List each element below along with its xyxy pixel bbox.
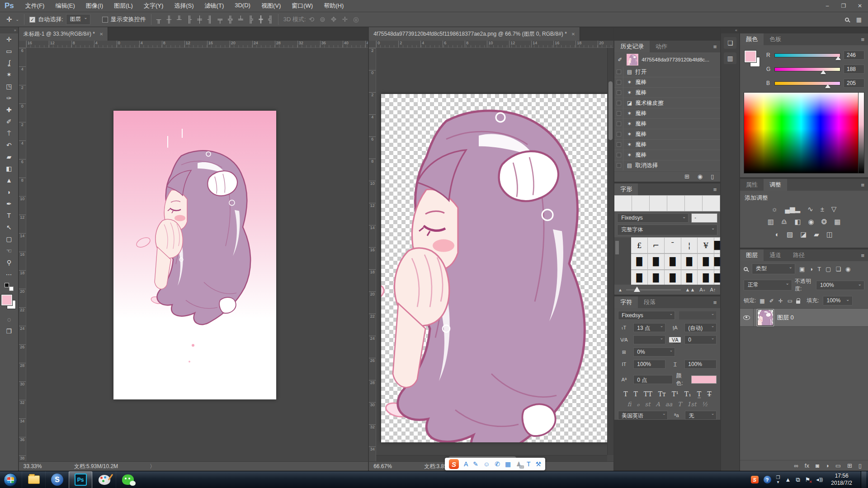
layer-name[interactable]: 图层 0	[777, 314, 794, 322]
panel-menu-icon[interactable]: ≡	[713, 186, 721, 193]
layers-footer-button[interactable]: fx	[805, 462, 809, 469]
panel-menu-icon[interactable]: ≡	[861, 252, 868, 259]
leading-field[interactable]: (自动)	[684, 323, 717, 332]
history-entry[interactable]: ✶ 魔棒	[614, 140, 720, 150]
layer-filter-button[interactable]: ◉	[845, 266, 850, 272]
baseline-shift-field[interactable]: 0 点	[633, 375, 672, 384]
glyph-zoom-out-icon[interactable]: ▴	[619, 287, 622, 293]
history-source-well[interactable]	[614, 150, 623, 160]
history-entry[interactable]: ▤ 打开	[614, 67, 720, 77]
close-tab-icon[interactable]: ✕	[571, 32, 575, 37]
history-entry[interactable]: ✶ 魔棒	[614, 119, 720, 129]
char-style-dropdown[interactable]	[679, 311, 717, 320]
panel-menu-icon[interactable]: ≡	[713, 43, 721, 50]
menu-item[interactable]: 帮助(H)	[318, 2, 349, 10]
char-style-button[interactable]: T	[634, 390, 638, 398]
layers-footer-button[interactable]: ⊞	[847, 462, 852, 469]
layer-filter-button[interactable]: ❏	[835, 266, 841, 272]
layer-filter-button[interactable]: ▢	[826, 266, 831, 272]
panel-menu-icon[interactable]: ≡	[861, 182, 868, 188]
horizontal-scale-field[interactable]: 100%	[684, 360, 717, 369]
panel-menu-icon[interactable]: ≡	[861, 36, 868, 43]
grayscale-ramp[interactable]	[858, 93, 864, 173]
show-transform-checkbox[interactable]	[102, 17, 108, 23]
align-button[interactable]: ╬	[228, 15, 233, 23]
glyph-cell[interactable]: ¯	[665, 237, 681, 253]
glyph-cell[interactable]: █	[698, 253, 714, 270]
tray-window-icon[interactable]: ❐▾	[776, 475, 780, 484]
blend-mode-dropdown[interactable]: 正常	[744, 280, 792, 291]
canvas-transparent-png[interactable]	[381, 94, 611, 442]
glyphs-font-dropdown[interactable]: Fixedsys	[617, 213, 689, 223]
taskbar-clock[interactable]: 17:56 2018/7/2	[827, 473, 856, 487]
kerning-field[interactable]	[633, 335, 665, 344]
layer-filter-button[interactable]: ◑	[809, 266, 813, 272]
canvas-artwork[interactable]	[113, 111, 276, 399]
layers-footer-button[interactable]: ◙	[816, 462, 819, 469]
blue-value-field[interactable]: 205	[844, 79, 864, 88]
opentype-button[interactable]: fi	[627, 401, 632, 408]
tool-button[interactable]: ↖	[2, 221, 16, 233]
tab-paragraph[interactable]: 段落	[638, 296, 661, 308]
auto-select-dropdown[interactable]: 图层	[66, 14, 90, 25]
start-button[interactable]	[4, 473, 17, 487]
tool-button[interactable]: ⍑	[2, 127, 16, 139]
tab-swatches[interactable]: 色板	[764, 33, 787, 45]
lock-button[interactable]: ▭	[788, 298, 793, 304]
history-entry[interactable]: ✶ 魔棒	[614, 108, 720, 119]
tab-layers[interactable]: 图层	[740, 249, 764, 261]
history-entry[interactable]: ✶ 魔棒	[614, 150, 720, 160]
glyph-zoom-in-icon[interactable]: ▲▲	[685, 287, 695, 292]
expand-panels-icon[interactable]: «	[721, 27, 739, 33]
menu-item[interactable]: 视图(V)	[256, 2, 286, 10]
screen-mode-button[interactable]: ❐	[2, 325, 16, 337]
auto-select-checkbox[interactable]: ✓	[29, 17, 35, 23]
collapsed-panel-icon-2[interactable]: ▥	[724, 52, 736, 64]
align-button[interactable]: ╠	[249, 15, 254, 23]
tools-collapse-icon[interactable]: »	[0, 27, 18, 33]
layers-footer-button[interactable]: ∞	[794, 462, 798, 469]
tool-button[interactable]: ⋯	[2, 268, 16, 280]
tool-button[interactable]: ▢	[2, 233, 16, 245]
history-snapshot-row[interactable]: ✐ 4f75548da97739120b4fd8c...	[614, 52, 720, 67]
tool-button[interactable]: ↶	[2, 139, 16, 151]
close-button[interactable]: ✕	[852, 0, 868, 12]
align-button[interactable]: ╣	[268, 15, 273, 23]
adjustment-button[interactable]: ±	[821, 205, 824, 213]
adjustment-button[interactable]: ◉	[808, 218, 814, 226]
glyph-cell[interactable]: ¥	[698, 237, 714, 253]
tool-button[interactable]: ⚲	[2, 257, 16, 268]
char-font-dropdown[interactable]: Fixedsys	[618, 311, 675, 320]
workspace-switcher-icon[interactable]: ▦	[856, 16, 862, 23]
menu-item[interactable]: 选择(S)	[169, 2, 199, 10]
blue-slider[interactable]	[774, 81, 840, 85]
tab-channels[interactable]: 通道	[764, 249, 787, 261]
red-value-field[interactable]: 246	[844, 51, 864, 60]
close-tab-icon[interactable]: ✕	[99, 32, 103, 37]
adjustment-button[interactable]: ▦	[834, 218, 840, 226]
tool-button[interactable]: ◳	[2, 80, 16, 92]
layer-thumbnail[interactable]	[757, 310, 774, 326]
proportional-spacing-field[interactable]: 0%	[633, 347, 675, 357]
tool-button[interactable]: ▲	[2, 174, 16, 186]
glyphs-category-dropdown[interactable]: 完整字体	[617, 225, 717, 235]
history-entry[interactable]: ▤ 取消选择	[614, 160, 720, 171]
opentype-button[interactable]: ½	[702, 401, 708, 408]
sogou-person-icon[interactable]: ♟10	[516, 460, 522, 468]
sogou-toolbox-icon[interactable]: ⚒	[535, 460, 541, 468]
menu-item[interactable]: 滤镜(T)	[199, 2, 230, 10]
fill-dropdown[interactable]: 100%	[823, 296, 853, 305]
taskbar-wechat-button[interactable]	[116, 471, 139, 488]
opentype-button[interactable]: A	[656, 401, 660, 408]
vertical-scale-field[interactable]: 100%	[633, 360, 665, 369]
adjustment-button[interactable]: ◧	[794, 218, 801, 226]
sogou-button[interactable]: ☺	[483, 460, 490, 468]
opentype-button[interactable]: ℴ	[637, 401, 640, 408]
menu-item[interactable]: 编辑(E)	[50, 2, 80, 10]
foreground-background-swatches[interactable]	[1, 295, 17, 309]
history-source-well[interactable]	[614, 108, 623, 118]
red-slider[interactable]	[774, 53, 840, 57]
layer-filter-button[interactable]: ▣	[799, 266, 805, 272]
3d-mode-button[interactable]: ✛	[342, 15, 348, 23]
layer-filter-dropdown[interactable]: 类型	[752, 263, 795, 274]
